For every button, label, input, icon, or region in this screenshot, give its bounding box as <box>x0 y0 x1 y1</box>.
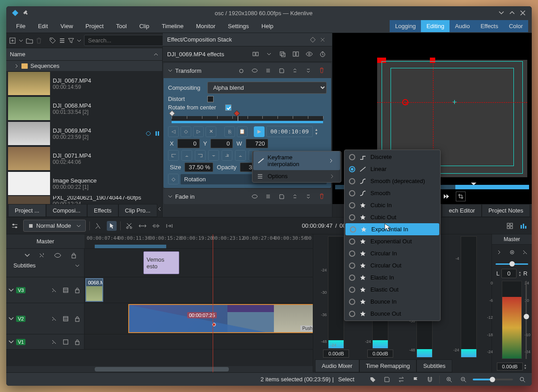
tab-clip-properties[interactable]: Clip Pro... <box>118 204 157 217</box>
folder-icon[interactable] <box>26 36 33 46</box>
bin-item[interactable]: DJI_0068.MP400:01:33:54 [2] <box>6 96 162 121</box>
keyframe-marker[interactable] <box>169 110 175 117</box>
y-input[interactable] <box>210 139 233 148</box>
fx-icon[interactable] <box>37 250 46 260</box>
layout-effects[interactable]: Effects <box>475 20 504 32</box>
mixer-icon[interactable] <box>518 221 528 231</box>
interp-option-bounce-in[interactable]: Bounce In <box>345 296 440 308</box>
bin-item[interactable]: PXL_20240621_190740447-60fps00:00:12:24 <box>6 196 162 204</box>
interp-option-smooth[interactable]: Smooth <box>345 187 440 199</box>
interp-option-linear[interactable]: Linear <box>345 163 440 175</box>
timer-icon[interactable] <box>318 49 328 59</box>
align-bottom-icon[interactable]: ⫠ <box>235 150 246 161</box>
align-hcenter-icon[interactable]: ⫠ <box>181 150 192 161</box>
zoom-in-icon[interactable] <box>444 375 454 384</box>
menu-edit[interactable]: Edit <box>32 21 54 31</box>
grid-icon[interactable] <box>505 221 515 231</box>
pin-icon[interactable] <box>21 8 31 18</box>
db-input[interactable] <box>367 350 393 358</box>
tag-icon[interactable] <box>368 375 378 384</box>
tab-compositions[interactable]: Composi... <box>46 204 87 217</box>
sequences-folder[interactable]: Sequences <box>6 61 162 71</box>
bin-item[interactable]: DJI_0067.MP400:00:14:59 <box>6 71 162 96</box>
zoom-slider[interactable] <box>473 379 513 380</box>
size-input[interactable] <box>185 163 213 172</box>
timeline-scrollbar[interactable] <box>6 366 313 372</box>
menu-file[interactable]: File <box>10 21 32 31</box>
keyframe-timecode[interactable]: 00:00:10:09 <box>266 126 313 137</box>
timeline-position[interactable]: 00:00:09:47 <box>302 222 333 229</box>
balance-slider[interactable] <box>509 261 515 267</box>
select-tool-icon[interactable] <box>107 221 117 231</box>
paste-keyframe-button[interactable]: 📋 <box>237 126 248 137</box>
chevron-left-icon[interactable] <box>157 204 162 214</box>
save-icon[interactable] <box>277 192 286 201</box>
chevron-down-icon[interactable] <box>8 288 14 292</box>
sliders-icon[interactable] <box>263 66 273 75</box>
film-icon[interactable] <box>61 314 71 324</box>
spacer-icon[interactable] <box>138 221 147 231</box>
interp-option-elastic-in[interactable]: Elastic In <box>345 271 440 284</box>
split-icon[interactable] <box>251 49 261 59</box>
flag-icon[interactable] <box>411 375 420 384</box>
trash-icon[interactable] <box>36 36 42 46</box>
lock-icon[interactable] <box>69 250 79 260</box>
fx-icon[interactable] <box>49 285 59 295</box>
bin-item[interactable]: DJI_0069.MP400:00:23:59 [2] <box>6 121 162 146</box>
lock-icon[interactable] <box>72 337 82 347</box>
tab-audio-mixer[interactable]: Audio Mixer <box>315 359 359 372</box>
filter-icon[interactable] <box>68 36 74 46</box>
float-icon[interactable] <box>308 35 318 45</box>
cut-icon[interactable] <box>124 221 134 231</box>
fx-icon[interactable] <box>49 337 59 347</box>
layout-color[interactable]: Color <box>504 20 528 32</box>
compare-icon[interactable] <box>291 49 301 59</box>
tag-icon[interactable] <box>49 36 56 46</box>
close-button[interactable] <box>517 8 528 18</box>
settings-icon[interactable] <box>10 221 20 231</box>
distort-checkbox[interactable] <box>207 96 214 102</box>
minimize-button[interactable] <box>496 8 507 18</box>
volume-slider[interactable] <box>524 314 529 319</box>
chevron-down-icon[interactable] <box>75 263 80 268</box>
menu-options[interactable]: Options <box>252 170 341 182</box>
fadein-effect-header[interactable]: Fade in <box>164 189 331 204</box>
rotation-keyframe-icon[interactable]: ◇ <box>168 174 179 184</box>
interp-option-exponential-out[interactable]: Exponential Out <box>345 235 440 247</box>
remove-keyframe-button[interactable]: ✕ <box>206 126 216 137</box>
razor-tool-icon[interactable] <box>93 221 103 231</box>
timecode-stepper[interactable]: ▲▼ <box>315 128 318 136</box>
bin-item[interactable]: Image Sequence00:00:00:22 [1] <box>6 171 162 196</box>
tab-editor[interactable]: ech Editor <box>442 204 482 217</box>
menu-settings[interactable]: Settings <box>222 21 255 31</box>
tab-subtitles[interactable]: Subtitles <box>416 359 452 372</box>
copy-keyframe-button[interactable]: ⎘ <box>224 126 235 137</box>
menu-tool[interactable]: Tool <box>110 21 133 31</box>
monitor-icon[interactable] <box>508 247 516 257</box>
chevron-right-icon[interactable] <box>495 247 503 257</box>
rotate-center-checkbox[interactable] <box>225 104 231 111</box>
overwrite-icon[interactable] <box>164 221 174 231</box>
film-icon[interactable] <box>61 285 71 295</box>
eye-icon[interactable] <box>250 192 260 201</box>
interp-option-exponential-in[interactable]: Exponential In <box>345 223 439 235</box>
bin-item[interactable]: DJI_0071.MP400:02:44:06 <box>6 146 162 171</box>
next-keyframe-button[interactable]: ▷ <box>193 126 204 137</box>
align-right-icon[interactable]: ⫎ <box>195 150 206 161</box>
interp-option-elastic-out[interactable]: Elastic Out <box>345 284 440 296</box>
interp-option-cubic-out[interactable]: Cubic Out <box>345 211 440 223</box>
menu-timeline[interactable]: Timeline <box>156 21 190 31</box>
chevron-down-icon[interactable] <box>24 253 30 258</box>
timeline[interactable]: Master 00:00:07:44 00:00:11:36 00:00:15:… <box>6 234 313 372</box>
insert-icon[interactable] <box>151 221 161 231</box>
film-icon[interactable] <box>61 337 71 347</box>
x-input[interactable] <box>177 139 200 148</box>
interp-option-circular-in[interactable]: Circular In <box>345 247 440 259</box>
layout-editing[interactable]: Editing <box>421 20 450 32</box>
sliders-icon[interactable] <box>263 192 273 201</box>
copy-icon[interactable] <box>277 49 287 59</box>
save-icon[interactable] <box>382 375 392 384</box>
move-up-icon[interactable] <box>290 192 300 201</box>
align-left-icon[interactable]: ⫍ <box>168 150 179 161</box>
keyframe-marker[interactable] <box>234 110 240 117</box>
